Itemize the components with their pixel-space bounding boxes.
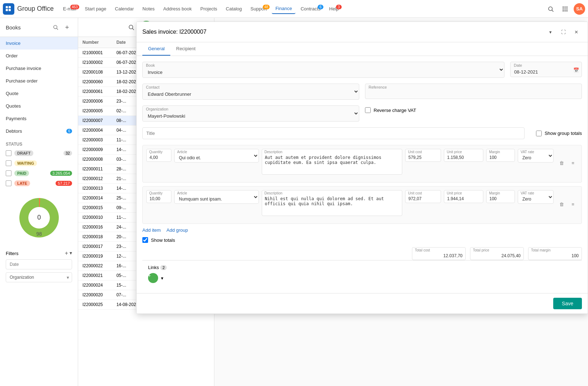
reference-input[interactable] bbox=[365, 84, 582, 99]
search-button[interactable] bbox=[545, 3, 556, 15]
sidebar: Books Invoice Order Purchase invoice Pur… bbox=[0, 18, 78, 386]
links-add-area: + ▾ bbox=[148, 273, 576, 283]
contact-field: Contact Edward Oberbrunner bbox=[142, 84, 359, 100]
book-invoice[interactable]: Invoice bbox=[0, 37, 78, 50]
add-group-link[interactable]: Add group bbox=[166, 227, 188, 233]
grid-button[interactable] bbox=[559, 3, 571, 15]
links-label: Links bbox=[148, 265, 159, 270]
book-order[interactable]: Order bbox=[0, 50, 78, 62]
item-1-move-icon[interactable]: ≡ bbox=[568, 158, 578, 168]
item-2-move-icon[interactable]: ≡ bbox=[568, 199, 578, 210]
nav-addressbook[interactable]: Address book bbox=[160, 4, 195, 14]
filters-add-icon[interactable]: + bbox=[65, 250, 68, 256]
total-cost-field: Total cost bbox=[412, 247, 466, 260]
late-chip: LATE bbox=[14, 180, 30, 186]
col-number-header: Number bbox=[82, 40, 117, 45]
row-number: I22000006 bbox=[82, 99, 117, 104]
svg-rect-6 bbox=[563, 6, 564, 8]
line-item-2-row1: Quantity Article Numquam sunt ipsam. Des… bbox=[146, 190, 578, 217]
reverse-vat-checkbox[interactable] bbox=[365, 107, 371, 113]
nav-contracts[interactable]: Contracts 6 bbox=[297, 4, 324, 14]
tab-recipient[interactable]: Recipient bbox=[170, 42, 201, 56]
book-select[interactable]: Invoice bbox=[142, 62, 504, 78]
desc-textarea-2[interactable] bbox=[262, 190, 403, 216]
svg-rect-2 bbox=[6, 9, 8, 11]
book-payments[interactable]: Payments bbox=[0, 112, 78, 125]
modal-close-button[interactable]: ✕ bbox=[570, 26, 582, 38]
book-purchase-invoice[interactable]: Purchase invoice bbox=[0, 62, 78, 75]
row-number: I22000022 bbox=[82, 263, 117, 268]
title-input[interactable] bbox=[142, 127, 525, 139]
help-badge: 3 bbox=[336, 5, 342, 9]
save-button[interactable]: Save bbox=[553, 298, 582, 309]
show-totals-label: Show totals bbox=[151, 237, 175, 243]
total-price-field: Total price bbox=[470, 247, 524, 260]
show-totals-checkbox[interactable] bbox=[142, 237, 148, 243]
svg-rect-3 bbox=[9, 9, 11, 11]
nav-email[interactable]: E-mail 463 bbox=[60, 4, 80, 14]
sidebar-search-button[interactable] bbox=[51, 22, 61, 32]
org-filter-select[interactable]: Organization bbox=[6, 272, 72, 282]
paid-checkbox[interactable] bbox=[6, 170, 11, 176]
article-field-2: Article Numquam sunt ipsam. bbox=[174, 190, 259, 217]
nav-finance[interactable]: Finance bbox=[272, 4, 295, 14]
sidebar-actions bbox=[51, 22, 72, 32]
filters-chevron-icon[interactable]: ▾ bbox=[70, 250, 72, 256]
add-links: Add item Add group bbox=[142, 227, 582, 233]
late-count: 57.217 bbox=[56, 181, 72, 186]
status-paid[interactable]: PAID 3.265.054 bbox=[0, 168, 78, 178]
late-checkbox[interactable] bbox=[6, 180, 11, 186]
svg-rect-13 bbox=[565, 10, 566, 11]
nav-notes[interactable]: Notes bbox=[139, 4, 158, 14]
svg-rect-1 bbox=[9, 6, 11, 8]
book-quotes[interactable]: Quotes bbox=[0, 100, 78, 112]
book-debtors[interactable]: Debtors 6 bbox=[0, 125, 78, 137]
list-search-button[interactable] bbox=[125, 22, 137, 33]
status-draft[interactable]: DRAFT 32 bbox=[0, 148, 78, 158]
date-label: Date bbox=[514, 63, 522, 67]
modal-body: Book Invoice Date 📅 Contact Edward Oberb… bbox=[137, 56, 588, 293]
app-name: Group Office bbox=[17, 5, 54, 13]
modal-expand-icon[interactable]: ⛶ bbox=[558, 26, 569, 38]
item-2-delete-icon[interactable]: 🗑 bbox=[556, 199, 566, 210]
nav-startpage[interactable]: Start page bbox=[81, 4, 110, 14]
svg-rect-12 bbox=[563, 10, 564, 11]
user-avatar[interactable]: SA bbox=[574, 3, 585, 15]
nav-calendar[interactable]: Calendar bbox=[112, 4, 138, 14]
row-number: I22000014 bbox=[82, 196, 117, 201]
reverse-vat-row: Reverse charge VAT bbox=[365, 107, 416, 113]
modal-collapse-icon[interactable]: ▾ bbox=[545, 26, 556, 38]
status-late[interactable]: LATE 57.217 bbox=[0, 178, 78, 188]
tab-general[interactable]: General bbox=[142, 42, 170, 56]
org-select[interactable]: Mayert-Powlowski bbox=[142, 105, 359, 122]
nav-help[interactable]: Help 3 bbox=[326, 4, 342, 14]
nav-projects[interactable]: Projects bbox=[197, 4, 221, 14]
line-item-1-row1: Quantity Article Qui odio et. Descriptio… bbox=[146, 149, 578, 176]
item-1-delete-icon[interactable]: 🗑 bbox=[556, 158, 566, 168]
book-purchase-order[interactable]: Purchase order bbox=[0, 75, 78, 87]
logo-area[interactable]: Group Office bbox=[3, 3, 54, 15]
svg-rect-0 bbox=[6, 6, 8, 8]
sidebar-add-button[interactable] bbox=[62, 22, 72, 32]
waiting-checkbox[interactable] bbox=[6, 160, 11, 166]
email-badge: 463 bbox=[70, 5, 79, 9]
nav-catalog[interactable]: Catalog bbox=[222, 4, 246, 14]
links-add-icon[interactable]: + bbox=[148, 273, 158, 283]
svg-text:98: 98 bbox=[36, 231, 42, 237]
row-number: I22000061 bbox=[82, 89, 117, 94]
svg-point-4 bbox=[549, 7, 553, 11]
calendar-icon[interactable]: 📅 bbox=[573, 67, 579, 72]
links-header: Links 2 bbox=[148, 265, 576, 270]
contact-select[interactable]: Edward Oberbrunner bbox=[142, 84, 359, 100]
add-item-link[interactable]: Add item bbox=[142, 227, 161, 233]
draft-checkbox[interactable] bbox=[6, 150, 11, 156]
status-waiting[interactable]: WAITING bbox=[0, 158, 78, 168]
links-dropdown-icon[interactable]: ▾ bbox=[161, 276, 163, 281]
nav-support[interactable]: Support 48 bbox=[247, 4, 271, 14]
book-quote[interactable]: Quote bbox=[0, 87, 78, 100]
date-filter-input[interactable] bbox=[6, 259, 72, 269]
unit-cost-field-1: Unit cost bbox=[405, 149, 441, 176]
filters-title: Filters bbox=[6, 251, 18, 256]
desc-textarea-1[interactable] bbox=[262, 149, 403, 175]
show-group-totals-checkbox[interactable] bbox=[536, 131, 542, 136]
